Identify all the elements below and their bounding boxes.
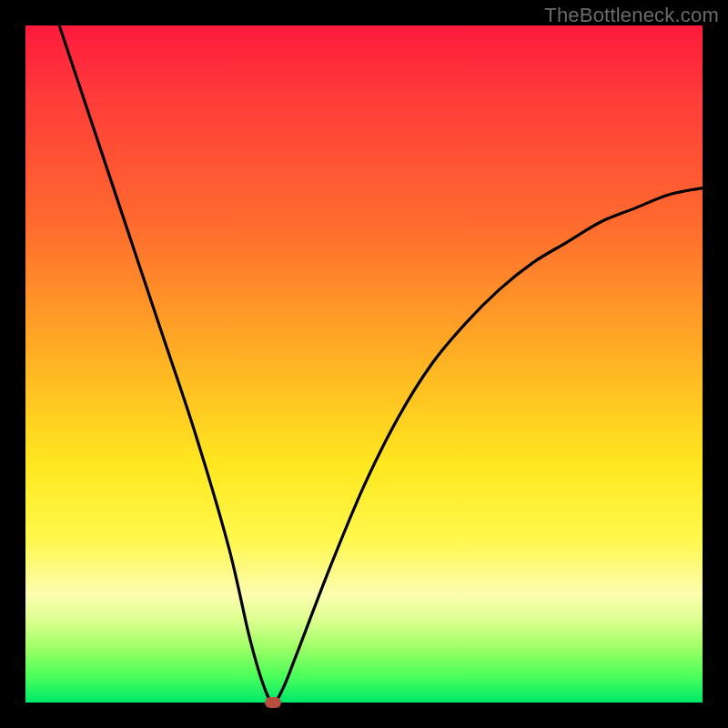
watermark-text: TheBottleneck.com [544, 4, 719, 27]
curve-path [59, 25, 703, 703]
chart-frame: TheBottleneck.com [0, 0, 728, 728]
bottleneck-curve [25, 25, 703, 703]
plot-area [25, 25, 703, 703]
optimal-marker [265, 697, 281, 708]
